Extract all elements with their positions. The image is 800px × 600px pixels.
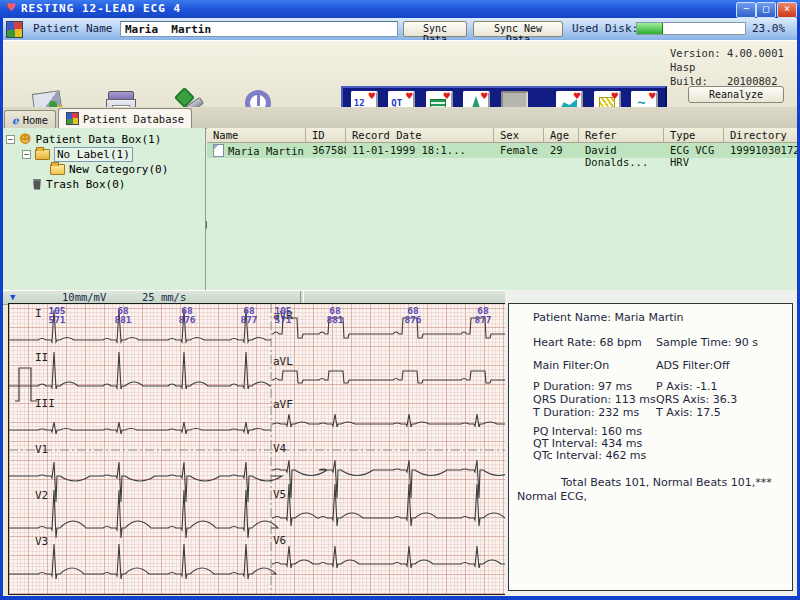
ecg-paper: I II III V1 V2 V3 aVR aVL aVF V4 V5 V6 1… xyxy=(8,303,507,595)
used-disk-label: Used Disk: xyxy=(572,22,638,35)
folder-icon xyxy=(35,149,50,160)
beat-annotation: 68877 xyxy=(231,306,267,324)
title-bar: ♥ RESTING 12-LEAD ECG 4 − □ × xyxy=(0,0,800,18)
col-header-directory[interactable]: Directory xyxy=(724,128,800,143)
maximize-button[interactable]: □ xyxy=(756,2,776,18)
app-logo-icon xyxy=(6,21,23,38)
lead-label-II: II xyxy=(35,351,48,364)
main-toolbar: New Patient Report Tools Exit xyxy=(0,40,800,109)
calibration-pulse xyxy=(15,368,37,401)
col-header-refer-physician[interactable]: Refer Physician xyxy=(579,128,664,143)
beat-annotation: 105571 xyxy=(265,306,301,324)
ecg-trace-II xyxy=(9,352,271,389)
beat-annotation: 68881 xyxy=(105,306,141,324)
ecg-trace-V4 xyxy=(272,460,506,498)
report-panel: Patient Name: Maria Martin Heart Rate: 6… xyxy=(508,303,793,591)
tree-item-new-category[interactable]: New Category(0) xyxy=(50,162,168,176)
report-qrs-duration: QRS Duration: 113 ms xyxy=(533,393,656,406)
window-title: RESTING 12-LEAD ECG 4 xyxy=(21,2,181,15)
col-header-record-date[interactable]: Record Date xyxy=(346,128,494,143)
ecg-trace-V2 xyxy=(9,490,278,538)
lead-label-V6: V6 xyxy=(273,534,286,547)
database-icon xyxy=(66,112,79,125)
beat-annotation: 68877 xyxy=(465,306,501,324)
tab-home[interactable]: e Home xyxy=(4,110,56,128)
report-region: Patient Name: Maria Martin Heart Rate: 6… xyxy=(505,290,797,596)
report-heart-rate: Heart Rate: 68 bpm xyxy=(533,336,642,349)
ecg-trace-III xyxy=(9,422,271,434)
patient-name-label: Patient Name : xyxy=(33,22,126,35)
person-icon: ☻ xyxy=(19,132,32,146)
heart-icon: ♥ xyxy=(611,91,619,101)
tab-action-row: e Home Patient Database Search Clear Con… xyxy=(0,107,800,129)
tree-item-no-label[interactable]: − No Label(1) xyxy=(22,147,133,161)
report-main-filter: Main Filter:On xyxy=(533,359,609,372)
report-ads-filter: ADS Filter:Off xyxy=(656,359,729,372)
sync-data-button[interactable]: Sync Data xyxy=(403,21,467,37)
col-header-sex[interactable]: Sex xyxy=(494,128,544,143)
used-disk-fill xyxy=(637,23,663,34)
patient-tree-panel: − ☻ Patient Data Box(1) − No Label(1) Ne… xyxy=(0,128,206,290)
close-button[interactable]: × xyxy=(777,2,797,18)
lead-label-V4: V4 xyxy=(273,442,286,455)
minimize-button[interactable]: − xyxy=(736,2,756,18)
lead-label-III: III xyxy=(35,397,55,410)
heart-icon: ♥ xyxy=(368,91,376,101)
tree-item-trash-box[interactable]: Trash Box(0) xyxy=(32,177,125,191)
patient-table: Name ID Record Date Sex Age Refer Physic… xyxy=(207,128,800,290)
collapse-chevron-icon[interactable]: ▼ xyxy=(10,292,15,302)
beat-annotation: 68876 xyxy=(395,306,431,324)
ecg-trace-V3 xyxy=(9,544,276,579)
app-heart-icon: ♥ xyxy=(6,1,16,14)
ecg-trace-V5 xyxy=(272,484,506,526)
expander-icon[interactable]: − xyxy=(22,150,31,159)
report-patient-line: Patient Name: Maria Martin xyxy=(533,311,684,324)
reanalyze-button[interactable]: Reanalyze xyxy=(688,86,784,103)
tab-patient-database[interactable]: Patient Database xyxy=(58,108,192,128)
report-qrs-axis: QRS Axis: 36.3 xyxy=(656,393,737,406)
used-disk-bar xyxy=(636,22,746,35)
beat-annotation: 68876 xyxy=(169,306,205,324)
open-folder-icon xyxy=(50,164,65,175)
ecg-trace-aVF xyxy=(272,414,506,427)
report-p-axis: P Axis: -1.1 xyxy=(656,380,718,393)
beat-annotation: 105571 xyxy=(39,306,75,324)
lead-label-V1: V1 xyxy=(35,443,48,456)
lead-label-V3: V3 xyxy=(35,535,48,548)
heart-icon: ♥ xyxy=(648,91,656,101)
home-icon: e xyxy=(12,114,19,126)
lead-label-aVF: aVF xyxy=(273,398,293,411)
col-header-type[interactable]: Type xyxy=(664,128,724,143)
beat-annotation: 68881 xyxy=(317,306,353,324)
expander-icon[interactable]: − xyxy=(6,135,15,144)
sync-new-data-button[interactable]: Sync New Data xyxy=(473,21,563,37)
ecg-trace-V1 xyxy=(9,462,282,502)
trash-icon xyxy=(32,179,42,190)
speed-label: 25 mm/s xyxy=(142,291,186,303)
lead-label-V2: V2 xyxy=(35,489,48,502)
col-header-age[interactable]: Age xyxy=(544,128,579,143)
heart-icon: ♥ xyxy=(573,91,581,101)
gain-label: 10mm/mV xyxy=(62,291,106,303)
report-t-axis: T Axis: 17.5 xyxy=(656,406,721,419)
patient-bar: Patient Name : Sync Data Sync New Data U… xyxy=(0,18,800,41)
col-header-id[interactable]: ID xyxy=(306,128,346,143)
col-header-name[interactable]: Name xyxy=(207,128,306,143)
version-text: Version: 4.00.0001 Hasp xyxy=(670,46,798,74)
version-block: Version: 4.00.0001 Hasp Build: 20100802 xyxy=(670,46,798,88)
lead-label-V5: V5 xyxy=(273,488,286,501)
heart-icon: ♥ xyxy=(405,91,413,101)
heart-icon: ♥ xyxy=(443,91,451,101)
tree-item-patient-data-box[interactable]: − ☻ Patient Data Box(1) xyxy=(6,132,161,146)
report-t-duration: T Duration: 232 ms xyxy=(533,406,639,419)
heart-icon: ♥ xyxy=(480,91,488,101)
ecg-trace-V6 xyxy=(272,546,506,568)
ecg-trace-aVL xyxy=(272,371,506,383)
window-border-left xyxy=(0,18,3,600)
patient-name-input[interactable] xyxy=(120,21,398,37)
report-p-duration: P Duration: 97 ms xyxy=(533,380,632,393)
ecg-traces xyxy=(9,304,506,594)
report-sample-time: Sample Time: 90 s xyxy=(656,336,758,349)
report-qtc-interval: QTc Interval: 462 ms xyxy=(533,449,646,462)
window-border-bottom xyxy=(0,596,800,600)
